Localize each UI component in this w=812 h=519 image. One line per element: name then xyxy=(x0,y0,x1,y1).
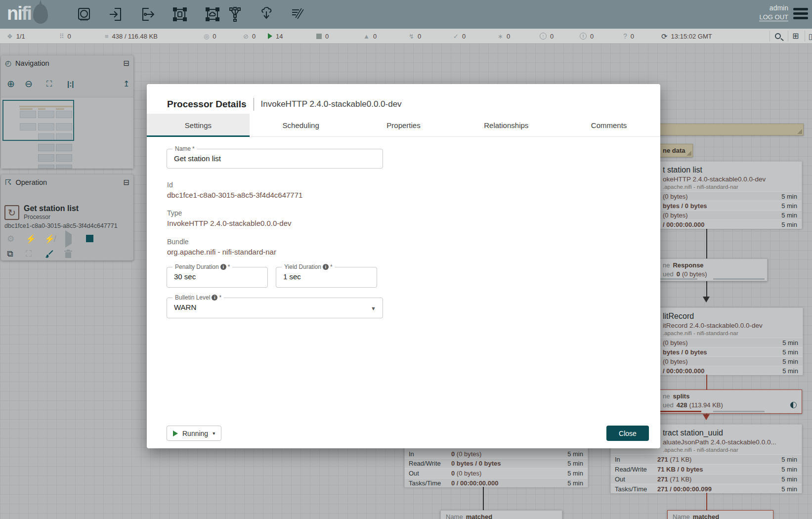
connection-line[interactable] xyxy=(483,487,484,510)
delete-icon[interactable] xyxy=(64,250,72,260)
connection-arrowhead xyxy=(703,297,710,303)
navigation-icon: ◴ xyxy=(5,59,11,68)
stat-row-readwrite: bytes / 0 bytes 5 min xyxy=(658,347,803,356)
search-control[interactable] xyxy=(775,29,781,43)
connection-response[interactable]: neResponse ued0(0 bytes) xyxy=(657,259,768,281)
running-status: 14 xyxy=(268,29,283,43)
logout-link[interactable]: LOG OUT xyxy=(759,13,788,21)
stopped-icon xyxy=(316,34,322,39)
tab-settings[interactable]: Settings xyxy=(147,114,250,136)
disabled-icon: ↯ xyxy=(409,33,414,40)
add-process-group-icon[interactable] xyxy=(171,5,189,23)
toolbox-icon[interactable]: ⊞ xyxy=(792,32,799,40)
last-refresh[interactable]: ⟳ 13:15:02 GMT xyxy=(661,29,712,43)
search-icon[interactable] xyxy=(775,33,781,39)
enable-icon[interactable]: ⚡ xyxy=(26,235,36,243)
processor-get-station-list[interactable]: t station list okeHTTP 2.4.0-stackable0.… xyxy=(657,161,802,228)
type-label: Type xyxy=(167,209,182,217)
add-label-icon[interactable] xyxy=(289,5,306,23)
add-template-icon[interactable] xyxy=(257,5,275,23)
sync-failure-status: ? 0 xyxy=(623,29,634,43)
selected-component-id: dbc1fce1-c8a0-3015-a8c5-3f4d4c647771 xyxy=(4,222,118,229)
connection-matched-left[interactable]: Namematched xyxy=(440,510,562,519)
configure-icon[interactable]: ⚙ xyxy=(7,235,14,243)
name-field[interactable]: Name* Get station list xyxy=(167,149,383,169)
stopped-status: 0 xyxy=(316,29,329,43)
navigation-title: Navigation xyxy=(15,59,49,67)
bulletin-level-select[interactable]: Bulletin Leveli* WARN ▼ xyxy=(167,298,383,318)
up-to-date-status: ✓ 0 xyxy=(453,29,466,43)
minimap-block xyxy=(38,144,54,151)
operation-hand-icon: ☈ xyxy=(5,178,11,187)
run-status-button[interactable]: Running ▾ xyxy=(167,426,221,441)
queued-status: ≡ 438 / 116.48 KB xyxy=(105,29,158,43)
connection-splits[interactable]: nesplits ued428(113.94 KB) xyxy=(657,389,802,414)
zoom-fit-icon[interactable]: ⛶ xyxy=(46,77,51,91)
label-resize-handle[interactable] xyxy=(797,129,802,134)
locally-modified-status: ∗ 0 xyxy=(498,29,510,43)
nifi-drop-icon xyxy=(33,4,48,24)
tab-scheduling[interactable]: Scheduling xyxy=(250,114,352,136)
zoom-in-icon[interactable]: ⊕ xyxy=(7,77,15,91)
navigate-up-icon[interactable]: ↥ xyxy=(123,77,129,91)
copy-icon[interactable]: ⧉ xyxy=(7,250,13,258)
canvas-label-wide[interactable] xyxy=(657,124,804,135)
add-processor-icon[interactable] xyxy=(75,5,93,23)
global-menu-icon[interactable] xyxy=(793,8,808,19)
chevron-down-icon[interactable]: ▼ xyxy=(371,305,376,311)
operation-panel: ☈ Operation ⊟ ↻ Get station list Process… xyxy=(1,174,133,260)
label-resize-handle[interactable] xyxy=(686,151,691,156)
info-icon: i xyxy=(323,264,329,270)
penalty-duration-field[interactable]: Penalty Durationi* 30 sec xyxy=(167,267,268,288)
color-icon[interactable] xyxy=(44,250,53,260)
connection-line[interactable] xyxy=(706,493,707,510)
stat-row-in: In 0 (0 bytes) 5 min xyxy=(405,449,588,458)
stat-row-out: (0 bytes) 5 min xyxy=(658,356,803,366)
birdseye-minimap[interactable] xyxy=(1,97,133,169)
stat-row-out: (0 bytes) 5 min xyxy=(658,210,802,219)
add-output-port-icon[interactable] xyxy=(139,5,157,23)
tab-relationships[interactable]: Relationships xyxy=(455,114,557,136)
edge-control[interactable]: ▯ xyxy=(809,29,812,43)
bundle-label: Bundle xyxy=(167,238,189,246)
tab-comments[interactable]: Comments xyxy=(557,114,660,136)
processor-title: tract station_uuid xyxy=(663,429,802,437)
queue-full-indicator-icon xyxy=(790,402,797,408)
yield-duration-field[interactable]: Yield Durationi* 1 sec xyxy=(276,267,377,288)
stat-row-readwrite: Read/Write 0 bytes / 0 bytes 5 min xyxy=(405,458,588,468)
zoom-out-icon[interactable]: ⊖ xyxy=(25,77,33,91)
minimap-block xyxy=(38,165,54,169)
name-value[interactable]: Get station list xyxy=(167,149,383,163)
add-input-port-icon[interactable] xyxy=(107,5,125,23)
connection-matched-right[interactable]: Namematched xyxy=(667,510,773,519)
canvas-label-data[interactable]: ne data xyxy=(657,144,693,157)
group-icon[interactable]: ⛶ xyxy=(26,250,32,258)
size-progress-bar xyxy=(713,411,765,412)
not-transmitting-status: ⊘ 0 xyxy=(243,29,256,43)
selected-component-name: Get station list xyxy=(24,204,79,213)
processor-header: t station list okeHTTP 2.4.0-stackable0.… xyxy=(658,162,802,190)
close-button[interactable]: Close xyxy=(606,426,649,441)
nifi-application: ne data t station list okeHTTP 2.4.0-sta… xyxy=(0,0,812,519)
minimap-viewport[interactable] xyxy=(2,100,74,141)
start-icon[interactable] xyxy=(65,235,72,243)
stat-row-tasks: / 00:00:00.000 5 min xyxy=(658,366,803,375)
stop-icon[interactable] xyxy=(86,235,93,244)
divider xyxy=(769,31,770,42)
refresh-icon[interactable]: ⟳ xyxy=(661,33,668,40)
connection-name-row: neResponse xyxy=(658,259,767,270)
add-remote-process-group-icon[interactable] xyxy=(204,5,221,23)
processor-bundle: .apache.nifi - nifi-standard-nar xyxy=(663,447,802,453)
collapse-navigation-icon[interactable]: ⊟ xyxy=(123,59,129,67)
running-icon xyxy=(268,33,272,39)
id-value: dbc1fce1-c8a0-3015-a8c5-3f4d4c647771 xyxy=(167,191,302,199)
processor-splitrecord[interactable]: litRecord itRecord 2.4.0-stackable0.0.0-… xyxy=(657,307,803,375)
tab-properties[interactable]: Properties xyxy=(352,114,455,136)
disable-icon[interactable]: ⚡̸ xyxy=(44,235,55,243)
toolbox-control[interactable]: ⊞ xyxy=(792,29,799,43)
connection-queued-row: ued0(0 bytes) xyxy=(658,270,767,279)
zoom-actual-icon[interactable]: |:| xyxy=(67,77,74,91)
collapse-operation-icon[interactable]: ⊟ xyxy=(123,178,129,186)
divider xyxy=(254,98,254,111)
add-funnel-icon[interactable] xyxy=(226,5,244,23)
